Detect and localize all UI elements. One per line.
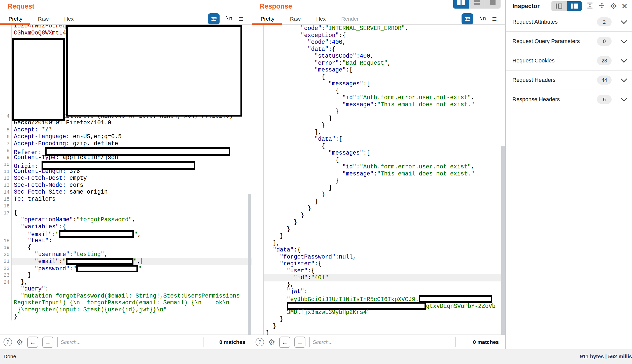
- line-number: [252, 25, 264, 32]
- line-number: 15: [0, 196, 12, 203]
- code-line: "query":: [0, 286, 252, 293]
- count-badge: 44: [597, 76, 612, 85]
- code-line: "error":"Bad Request",: [252, 60, 505, 67]
- line-number: 11: [0, 168, 12, 175]
- line-number: 24: [0, 279, 12, 286]
- tab-response-pretty[interactable]: Pretty: [261, 16, 274, 22]
- help-icon[interactable]: ?: [256, 338, 264, 346]
- inspector-section-request-attributes[interactable]: Request Attributes2: [506, 12, 632, 32]
- line-number: [252, 32, 264, 39]
- chevron-down-icon[interactable]: [621, 37, 627, 43]
- inspector-settings-icon[interactable]: ⚙: [610, 2, 617, 10]
- pane-menu-icon[interactable]: ≡: [238, 16, 243, 21]
- tab-request-raw[interactable]: Raw: [38, 16, 49, 22]
- request-search-bar: ? ⚙ ← → 0 matches: [0, 335, 252, 349]
- code-line: ]: [252, 115, 505, 122]
- collapse-all-icon[interactable]: [598, 2, 606, 10]
- tab-request-hex[interactable]: Hex: [64, 16, 74, 22]
- code-line: }: [252, 316, 505, 323]
- response-scrollbar[interactable]: [501, 146, 505, 335]
- redaction-box: [76, 265, 138, 272]
- inspector-section-request-cookies[interactable]: Request Cookies28: [506, 51, 632, 70]
- code-line: "user":{: [252, 268, 505, 275]
- request-editor[interactable]: IUzU4fN6zFULreqCGhxmOoQ8WXmtL44User-Agen…: [0, 25, 252, 335]
- line-number: 12: [0, 175, 12, 182]
- chevron-down-icon[interactable]: [621, 76, 627, 82]
- line-number: 22: [0, 265, 12, 272]
- search-settings-icon[interactable]: ⚙: [268, 338, 275, 346]
- code-line: "data":{: [252, 46, 505, 53]
- line-number: [252, 261, 264, 268]
- inspector-section-response-headers[interactable]: Response Headers6: [506, 90, 632, 109]
- response-editor[interactable]: "code":"INTERNAL_SERVER_ERROR", "excepti…: [252, 25, 505, 335]
- line-number: [252, 143, 264, 150]
- line-number: [252, 309, 264, 316]
- inspector-section-request-headers[interactable]: Request Headers44: [506, 70, 632, 90]
- tab-response-raw[interactable]: Raw: [290, 16, 301, 22]
- dock-right-icon[interactable]: [567, 1, 582, 11]
- line-number: [252, 205, 264, 212]
- layout-single-icon[interactable]: [485, 0, 501, 9]
- code-line: 23 }: [0, 272, 252, 279]
- response-tabs: Pretty Raw Hex Render \n ≡: [252, 13, 505, 25]
- tab-request-pretty[interactable]: Pretty: [9, 16, 22, 22]
- prev-match-button[interactable]: ←: [279, 337, 290, 348]
- next-match-button[interactable]: →: [294, 337, 305, 348]
- chevron-down-icon[interactable]: [621, 95, 627, 101]
- line-number: 8: [0, 147, 12, 154]
- inspector-title: Inspector: [512, 3, 540, 10]
- code-line: "exception":{: [252, 32, 505, 39]
- code-line: 18 "test":: [0, 237, 252, 244]
- response-search-input[interactable]: [309, 337, 455, 347]
- word-wrap-icon[interactable]: [462, 13, 473, 24]
- line-number: [252, 330, 264, 335]
- expand-all-icon[interactable]: [586, 2, 594, 10]
- line-number: 23: [0, 272, 12, 279]
- request-search-input[interactable]: [57, 337, 203, 347]
- line-number: [0, 30, 12, 37]
- inspector-dock-toggle: [551, 1, 582, 11]
- pane-menu-icon[interactable]: ≡: [492, 16, 497, 21]
- newline-toggle-icon[interactable]: \n: [479, 16, 486, 22]
- line-number: [0, 25, 12, 30]
- response-match-count: 0 matches: [473, 339, 499, 345]
- layout-stacked-icon[interactable]: [469, 0, 485, 9]
- next-match-button[interactable]: →: [42, 337, 53, 348]
- code-line: 10Origin:: [0, 161, 252, 168]
- code-line: "messages":[: [252, 150, 505, 157]
- line-number: [0, 64, 12, 71]
- newline-toggle-icon[interactable]: \n: [226, 16, 233, 22]
- code-line: }: [252, 212, 505, 219]
- line-number: [0, 78, 12, 85]
- chevron-down-icon[interactable]: [621, 56, 627, 63]
- line-number: [252, 295, 264, 302]
- code-line: 12Sec-Fetch-Dest: empty: [0, 175, 252, 182]
- word-wrap-icon[interactable]: [208, 13, 220, 24]
- layout-side-by-side-icon[interactable]: [453, 0, 469, 9]
- help-icon[interactable]: ?: [4, 338, 12, 346]
- code-line: ],: [252, 240, 505, 247]
- tab-response-render[interactable]: Render: [341, 16, 359, 22]
- dock-left-icon[interactable]: [551, 1, 567, 11]
- code-line: }: [252, 233, 505, 240]
- inspector-close-icon[interactable]: ✕: [621, 2, 628, 11]
- chevron-down-icon[interactable]: [621, 18, 627, 24]
- response-size-time: 911 bytes | 562 millis: [580, 349, 632, 363]
- code-line: 13Sec-Fetch-Mode: cors: [0, 182, 252, 189]
- tab-response-hex[interactable]: Hex: [316, 16, 326, 22]
- prev-match-button[interactable]: ←: [27, 337, 38, 348]
- request-scrollbar[interactable]: [248, 194, 251, 335]
- code-line: 24 },: [0, 279, 252, 286]
- line-number: [252, 60, 264, 67]
- redaction-box: [287, 302, 426, 310]
- request-title: Request: [8, 3, 34, 10]
- code-line-highlighted: 21 "email":"",: [0, 258, 252, 265]
- line-number: 17: [0, 210, 12, 217]
- line-number: [252, 212, 264, 219]
- code-line: RegisterInput!) {\n forgotPassword(email…: [0, 300, 252, 307]
- search-settings-icon[interactable]: ⚙: [16, 338, 23, 346]
- code-line: 16: [0, 203, 252, 210]
- inspector-section-request-query-parameters[interactable]: Request Query Parameters0: [506, 32, 632, 51]
- inspector-panel: Inspector ⚙ ✕ Request Attributes2Request…: [506, 0, 632, 349]
- code-line: gtxvDEqnSVuPbY-2ZoVb: [252, 302, 505, 309]
